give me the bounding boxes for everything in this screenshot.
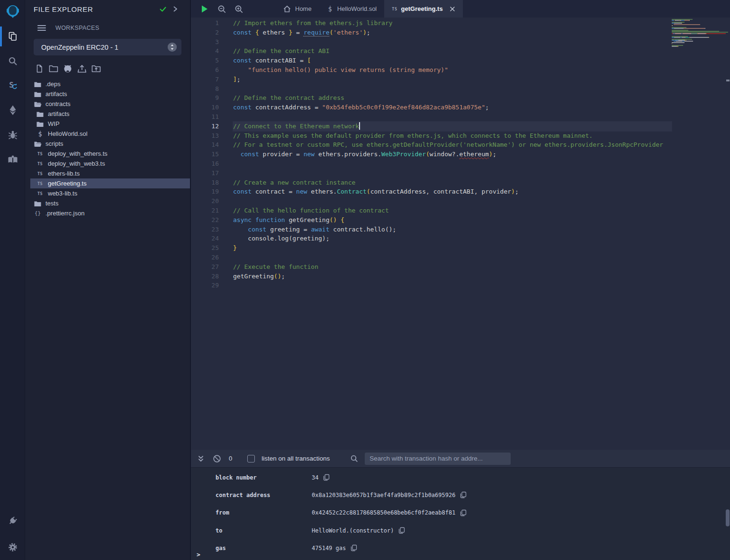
- zoom-in-icon: [234, 4, 243, 14]
- copy-icon: [398, 527, 405, 534]
- editor-minimap[interactable]: [672, 18, 726, 48]
- tx-detail-row-from: from0x42452c22c88178685850e68beb6cf0f2ae…: [191, 504, 730, 522]
- tx-detail-label: contract address: [216, 492, 312, 498]
- line-number: 17: [191, 169, 219, 178]
- tab-close-icon[interactable]: [450, 6, 455, 12]
- tree-item--deps[interactable]: .deps: [30, 79, 190, 89]
- tree-item-deploy-with-web3-ts[interactable]: TSdeploy_with_web3.ts: [30, 159, 190, 169]
- terminal-search-input[interactable]: [365, 453, 511, 465]
- copy-button[interactable]: [460, 509, 467, 516]
- tree-item-helloworld-sol[interactable]: SHelloWorld.sol: [30, 129, 190, 139]
- code-line-18: // Create a new contract instance: [233, 178, 672, 187]
- terminal-scrollbar-thumb[interactable]: [726, 509, 730, 526]
- upload-file-button[interactable]: [77, 64, 87, 73]
- workspaces-menu-icon[interactable]: [36, 23, 48, 33]
- tree-item-getgreeting-ts[interactable]: TSgetGreeting.ts: [30, 178, 190, 188]
- zoom-in-button[interactable]: [234, 4, 244, 14]
- tab-home[interactable]: Home: [275, 0, 319, 18]
- copy-button[interactable]: [351, 544, 357, 551]
- panel-expand-icon[interactable]: [169, 4, 181, 14]
- explorer-toolbar: [25, 55, 190, 78]
- code-line-15: const provider = new ethers.providers.We…: [233, 150, 672, 159]
- tab-bar: HomeSHelloWorld.solTSgetGreeting.ts: [191, 0, 730, 18]
- folder-icon: [34, 200, 41, 207]
- line-number: 27: [191, 262, 219, 272]
- copy-button[interactable]: [398, 527, 405, 534]
- activity-icon-deploy-run[interactable]: [0, 102, 25, 118]
- tree-item-artifacts[interactable]: artifacts: [30, 89, 190, 99]
- tree-item-wip[interactable]: WIP: [30, 119, 190, 129]
- tree-item-web3-lib-ts[interactable]: TSweb3-lib.ts: [30, 188, 190, 198]
- listen-transactions-checkbox[interactable]: [247, 455, 255, 462]
- debugger-icon: [8, 130, 18, 140]
- tree-item-contracts[interactable]: contracts: [30, 99, 190, 109]
- activity-icon-search[interactable]: [0, 53, 25, 69]
- terminal-collapse-icon[interactable]: [196, 453, 206, 464]
- activity-icon-settings[interactable]: [0, 539, 25, 555]
- line-number: 15: [191, 150, 219, 159]
- copy-button[interactable]: [460, 491, 467, 498]
- code-line-5: const contractABI = [: [233, 56, 672, 65]
- code-line-12: // Connect to the Ethereum network: [233, 122, 672, 131]
- line-number: 4: [191, 46, 219, 56]
- code-line-26: [233, 253, 672, 262]
- code-line-9: // Define the contract address: [233, 93, 672, 103]
- file-tree: .depsartifactscontractsartifactsWIPSHell…: [25, 79, 190, 218]
- workspace-dropdown-icon: [168, 43, 177, 52]
- code-line-21: // Call the hello function of the contra…: [233, 206, 672, 215]
- line-number: 29: [191, 281, 219, 290]
- terminal-search-icon: [349, 453, 359, 464]
- zoom-out-button[interactable]: [216, 4, 227, 14]
- activity-icon-plugin-manager[interactable]: [0, 513, 25, 529]
- editor-overview-ruler: [726, 18, 730, 450]
- code-editor[interactable]: 1234567891011121314151617181920212223242…: [191, 18, 730, 450]
- load-folder-button[interactable]: [91, 64, 101, 73]
- line-number: 26: [191, 253, 219, 262]
- line-number: 19: [191, 187, 219, 196]
- run-script-button[interactable]: [199, 4, 210, 14]
- copy-button[interactable]: [323, 474, 330, 481]
- github-clone-button[interactable]: [63, 64, 72, 73]
- tree-item-artifacts[interactable]: artifacts: [30, 109, 190, 119]
- activity-icon-file-explorer[interactable]: [0, 28, 25, 44]
- code-line-8: [233, 84, 672, 94]
- activity-icon-solidity-compiler[interactable]: S: [0, 78, 25, 94]
- workspaces-label: WORKSPACES: [55, 25, 99, 31]
- activity-icon-debugger[interactable]: [0, 127, 25, 143]
- tab-helloworld-sol[interactable]: SHelloWorld.sol: [319, 0, 385, 18]
- tree-item-label: WIP: [48, 120, 60, 127]
- tx-detail-label: to: [216, 527, 312, 534]
- activity-icon-learneth[interactable]: [0, 151, 25, 168]
- tab-getgreeting-ts[interactable]: TSgetGreeting.ts: [384, 0, 462, 18]
- tab-label: HelloWorld.sol: [337, 5, 377, 12]
- code-line-27: // Execute the function: [233, 262, 672, 272]
- folder-icon: [34, 200, 41, 207]
- json-file-icon: {}: [34, 210, 41, 217]
- line-number: 22: [191, 215, 219, 225]
- typescript-file-icon: TS: [36, 190, 44, 197]
- terminal-prompt[interactable]: >: [197, 551, 200, 558]
- learneth-icon: [7, 154, 18, 165]
- line-number: 7: [191, 75, 219, 84]
- tx-detail-label: gas: [216, 545, 312, 551]
- load-folder-icon: [91, 64, 101, 73]
- close-icon: [450, 6, 455, 12]
- tree-item-deploy-with-ethers-ts[interactable]: TSdeploy_with_ethers.ts: [30, 149, 190, 159]
- terminal-clear-icon[interactable]: [212, 453, 222, 464]
- tree-item--prettierrc-json[interactable]: {}.prettierrc.json: [30, 208, 190, 218]
- upload-file-icon: [77, 64, 87, 73]
- tree-item-label: contracts: [45, 100, 71, 107]
- workspace-check-icon[interactable]: [157, 4, 169, 14]
- tx-detail-value: 0x8a120383e6057b1f3aef4fa9b89c2f1b0a6959…: [312, 492, 455, 498]
- tree-item-tests[interactable]: tests: [30, 198, 190, 208]
- new-folder-button[interactable]: [49, 64, 58, 73]
- tree-item-scripts[interactable]: scripts: [30, 139, 190, 149]
- activity-icon-remix-logo[interactable]: [0, 4, 25, 20]
- code-line-17: [233, 169, 672, 178]
- new-file-button[interactable]: [35, 64, 44, 73]
- workspace-select[interactable]: OpenZeppelin ERC20 - 1: [34, 39, 181, 55]
- editor-code[interactable]: // Import ethers from the ethers.js libr…: [233, 18, 672, 290]
- code-line-16: [233, 159, 672, 169]
- tree-item-ethers-lib-ts[interactable]: TSethers-lib.ts: [30, 169, 190, 178]
- panel-header: FILE EXPLORER: [25, 0, 190, 18]
